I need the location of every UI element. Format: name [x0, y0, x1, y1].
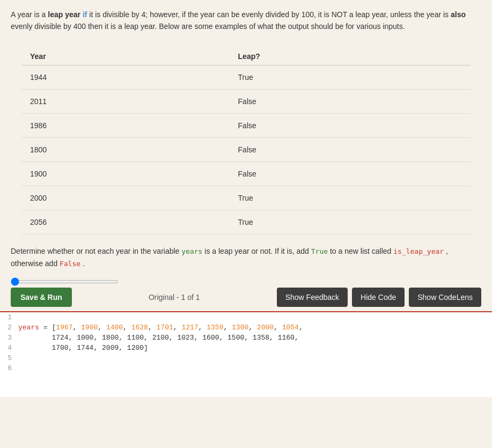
table-row: 2000True — [21, 186, 471, 210]
original-label: Original - 1 of 1 — [76, 293, 273, 302]
line-number: 1 — [0, 312, 16, 322]
task-text: Determine whether or not each year in th… — [11, 245, 481, 270]
line-number: 5 — [0, 353, 16, 363]
task-var-years: years — [181, 247, 202, 255]
show-feedback-button[interactable]: Show Feedback — [277, 288, 348, 307]
blue-if: if — [83, 10, 87, 19]
line-number: 2 — [0, 322, 16, 333]
slider-container[interactable] — [11, 280, 481, 283]
table-row: 1944True — [21, 65, 471, 89]
cell-year: 2011 — [21, 89, 230, 113]
line-number: 3 — [0, 333, 16, 343]
cell-year: 2000 — [21, 186, 230, 210]
line-content — [16, 353, 492, 355]
cell-leap: True — [230, 210, 471, 234]
page-container: A year is a leap year if it is divisible… — [0, 0, 492, 448]
cell-year: 1900 — [21, 161, 230, 186]
code-slider[interactable] — [11, 280, 118, 283]
save-run-button[interactable]: Save & Run — [11, 288, 72, 307]
cell-leap: False — [230, 161, 471, 186]
table-row: 1986False — [21, 113, 471, 137]
line-number: 6 — [0, 363, 16, 373]
description-text: A year is a leap year if it is divisible… — [11, 9, 481, 33]
task-var-false: False — [60, 260, 80, 268]
col-header-year: Year — [21, 48, 230, 65]
cell-leap: False — [230, 137, 471, 161]
table-wrapper: Year Leap? 1944True2011False1986False180… — [0, 48, 492, 234]
code-line: 5 — [0, 353, 492, 363]
line-content: 1700, 1744, 2009, 1200] — [16, 343, 492, 353]
task-description: Determine whether or not each year in th… — [0, 234, 492, 276]
button-bar: Save & Run Original - 1 of 1 Show Feedba… — [0, 288, 492, 311]
line-content — [16, 312, 492, 314]
code-editor[interactable]: 12years = [1967, 1900, 1400, 1628, 1701,… — [0, 311, 492, 397]
code-line: 2years = [1967, 1900, 1400, 1628, 1701, … — [0, 322, 492, 333]
cell-year: 1944 — [21, 65, 230, 89]
table-row: 1900False — [21, 161, 471, 186]
line-content — [16, 363, 492, 365]
bold-also: also — [451, 10, 466, 19]
table-row: 2011False — [21, 89, 471, 113]
code-line: 1 — [0, 312, 492, 322]
example-table: Year Leap? 1944True2011False1986False180… — [21, 48, 471, 234]
code-line: 4 1700, 1744, 2009, 1200] — [0, 343, 492, 353]
line-number: 4 — [0, 343, 16, 353]
cell-leap: False — [230, 113, 471, 137]
table-row: 2056True — [21, 210, 471, 234]
slider-toolbar — [0, 276, 492, 288]
task-var-is-leap: is_leap_year — [393, 247, 444, 255]
cell-year: 2056 — [21, 210, 230, 234]
description-area: A year is a leap year if it is divisible… — [0, 0, 492, 39]
bold-leap: leap year — [48, 10, 80, 19]
cell-year: 1800 — [21, 137, 230, 161]
task-var-true: True — [311, 247, 328, 255]
cell-year: 1986 — [21, 113, 230, 137]
table-row: 1800False — [21, 137, 471, 161]
line-content: years = [1967, 1900, 1400, 1628, 1701, 1… — [16, 322, 492, 333]
col-header-leap: Leap? — [230, 48, 471, 65]
cell-leap: True — [230, 186, 471, 210]
show-codelens-button[interactable]: Show CodeLens — [409, 288, 481, 307]
cell-leap: False — [230, 89, 471, 113]
line-content: 1724, 1000, 1800, 1100, 2100, 1023, 1600… — [16, 333, 492, 343]
cell-leap: True — [230, 65, 471, 89]
code-line: 3 1724, 1000, 1800, 1100, 2100, 1023, 16… — [0, 333, 492, 343]
hide-code-button[interactable]: Hide Code — [352, 288, 405, 307]
code-line: 6 — [0, 363, 492, 373]
